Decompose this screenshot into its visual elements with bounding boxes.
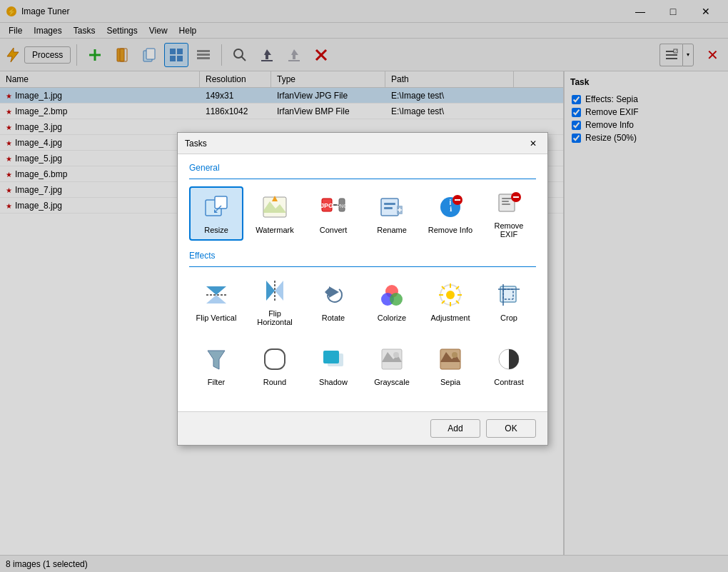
svg-text:JPG: JPG: [320, 202, 333, 209]
shadow-button[interactable]: Shadow: [306, 338, 360, 393]
grayscale-label: Grayscale: [374, 378, 410, 386]
contrast-label: Contrast: [494, 378, 524, 386]
svg-rect-89: [323, 351, 339, 363]
round-icon: [261, 345, 289, 373]
adjustment-button[interactable]: Adjustment: [423, 274, 477, 328]
crop-icon: [495, 281, 523, 309]
grayscale-icon: [378, 345, 406, 373]
add-button[interactable]: Add: [430, 419, 480, 438]
rotate-button[interactable]: Rotate: [306, 274, 360, 328]
flip-horizontal-icon: [261, 276, 289, 305]
rename-label: Rename: [377, 226, 407, 234]
general-section-label: General: [189, 163, 536, 173]
general-icon-grid: Resize Watermark: [189, 186, 536, 241]
convert-label: Convert: [320, 226, 348, 234]
remove-info-icon: i ℹ: [436, 193, 465, 221]
remove-exif-icon: [495, 189, 523, 217]
watermark-icon: [261, 193, 289, 221]
sepia-label: Sepia: [440, 378, 460, 386]
modal-title: Tasks: [185, 139, 526, 149]
flip-vertical-icon: [202, 281, 231, 309]
flip-vertical-button[interactable]: Flip Vertical: [189, 274, 243, 328]
svg-point-92: [393, 352, 399, 358]
modal-footer: Add OK: [178, 411, 547, 445]
svg-marker-65: [275, 281, 283, 301]
flip-horizontal-label: Flip Horizontal: [252, 309, 298, 326]
svg-marker-86: [208, 351, 225, 369]
rename-icon: [378, 193, 406, 221]
shadow-label: Shadow: [319, 378, 348, 386]
colorize-button[interactable]: Colorize: [365, 274, 419, 328]
resize-label: Resize: [204, 226, 228, 234]
crop-button[interactable]: Crop: [482, 274, 536, 328]
svg-point-73: [446, 291, 455, 299]
adjustment-label: Adjustment: [430, 313, 470, 322]
watermark-button[interactable]: Watermark: [248, 186, 302, 241]
effects-divider: [189, 266, 536, 267]
round-button[interactable]: Round: [248, 338, 302, 393]
crop-label: Crop: [500, 313, 517, 322]
colorize-label: Colorize: [378, 313, 406, 322]
svg-rect-57: [502, 201, 509, 202]
svg-point-95: [452, 352, 457, 358]
svg-rect-56: [502, 198, 512, 199]
effects-row2-grid: Filter Round: [189, 338, 536, 393]
convert-icon: JPG PNG: [319, 193, 348, 221]
round-label: Round: [263, 378, 286, 386]
svg-marker-62: [206, 295, 226, 303]
ok-button[interactable]: OK: [486, 419, 536, 438]
rotate-label: Rotate: [322, 313, 345, 322]
svg-text:PNG: PNG: [336, 204, 347, 209]
sepia-icon: [436, 345, 465, 373]
colorize-icon: [378, 281, 406, 309]
sepia-button[interactable]: Sepia: [423, 338, 477, 393]
svg-rect-87: [265, 349, 285, 369]
filter-icon: [202, 345, 231, 373]
modal-titlebar: Tasks ✕: [178, 133, 547, 154]
grayscale-button[interactable]: Grayscale: [365, 338, 419, 393]
convert-button[interactable]: JPG PNG Convert: [306, 186, 360, 241]
filter-button[interactable]: Filter: [189, 338, 243, 393]
adjustment-icon: [436, 281, 465, 309]
svg-rect-58: [502, 204, 510, 205]
contrast-button[interactable]: Contrast: [482, 338, 536, 393]
effects-section-label: Effects: [189, 251, 536, 261]
watermark-label: Watermark: [256, 226, 293, 234]
flip-vertical-label: Flip Vertical: [196, 313, 237, 322]
filter-label: Filter: [208, 378, 225, 386]
remove-info-label: Remove Info: [428, 226, 472, 234]
remove-exif-button[interactable]: Remove EXIF: [482, 186, 536, 241]
modal-close-button[interactable]: ✕: [526, 136, 540, 151]
shadow-icon: [319, 345, 348, 373]
modal-overlay: Tasks ✕ General: [0, 0, 728, 572]
svg-marker-64: [266, 281, 275, 301]
svg-point-71: [390, 293, 403, 306]
resize-button[interactable]: Resize: [189, 186, 243, 241]
remove-exif-label: Remove EXIF: [486, 221, 532, 239]
remove-info-button[interactable]: i ℹ Remove Info: [423, 186, 477, 241]
modal-body: General Resize: [178, 154, 547, 411]
rename-button[interactable]: Rename: [365, 186, 419, 241]
rotate-icon: [319, 281, 348, 309]
general-divider: [189, 179, 536, 179]
svg-rect-45: [384, 203, 395, 205]
svg-rect-46: [384, 207, 393, 209]
effects-row1-grid: Flip Vertical Flip Horizontal: [189, 274, 536, 328]
contrast-icon: [495, 345, 523, 373]
svg-marker-61: [206, 286, 226, 295]
svg-marker-68: [325, 288, 329, 296]
tasks-dialog: Tasks ✕ General: [177, 132, 548, 446]
flip-horizontal-button[interactable]: Flip Horizontal: [248, 274, 302, 328]
svg-marker-67: [329, 286, 339, 298]
resize-icon: [202, 193, 231, 221]
